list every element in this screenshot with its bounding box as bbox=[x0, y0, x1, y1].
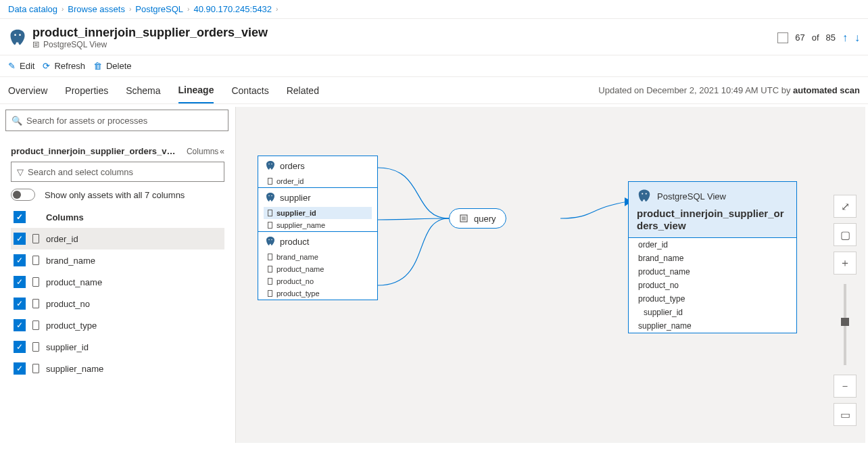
source-table[interactable]: suppliersupplier_idsupplier_name bbox=[258, 188, 377, 232]
field-name: product_no bbox=[276, 277, 314, 285]
column-filter-input[interactable]: ▽ Search and select columns bbox=[11, 162, 224, 182]
trash-icon: 🗑 bbox=[93, 61, 102, 71]
refresh-button[interactable]: ⟳ Refresh bbox=[43, 61, 85, 71]
postgresql-icon bbox=[637, 189, 652, 204]
column-icon bbox=[32, 256, 39, 265]
field[interactable]: supplier_id bbox=[264, 207, 372, 219]
column-row[interactable]: ✓product_no bbox=[11, 293, 224, 314]
crumb-3[interactable]: 40.90.170.245:5432 bbox=[193, 4, 272, 14]
postgresql-icon bbox=[265, 160, 276, 171]
column-icon bbox=[268, 254, 272, 260]
field-name: order_id bbox=[638, 240, 668, 250]
column-checkbox[interactable]: ✓ bbox=[14, 319, 26, 331]
column-checkbox[interactable]: ✓ bbox=[14, 254, 26, 266]
minimap-button[interactable]: ▭ bbox=[834, 403, 857, 426]
show-all-columns-toggle[interactable] bbox=[11, 189, 35, 201]
toggle-label: Show only assets with all 7 columns bbox=[45, 190, 185, 200]
field-name: brand_name bbox=[638, 254, 683, 263]
column-icon bbox=[268, 278, 272, 285]
column-row[interactable]: ✓order_id bbox=[11, 228, 224, 250]
tabs: Overview Properties Schema Lineage Conta… bbox=[0, 77, 868, 104]
query-node[interactable]: query bbox=[449, 208, 506, 229]
breadcrumb: Data catalog› Browse assets› PostgreSQL›… bbox=[0, 0, 868, 19]
edit-label: Edit bbox=[20, 61, 34, 71]
field-name: product_type bbox=[638, 294, 685, 304]
next-asset-button[interactable]: ↓ bbox=[854, 32, 860, 44]
column-name: supplier_name bbox=[46, 364, 103, 374]
filter-icon: ▽ bbox=[17, 167, 24, 177]
column-row[interactable]: ✓supplier_id bbox=[11, 336, 224, 358]
tab-related[interactable]: Related bbox=[287, 78, 319, 103]
source-table[interactable]: productbrand_nameproduct_nameproduct_nop… bbox=[258, 232, 377, 300]
field-name: order_id bbox=[276, 177, 304, 185]
zoom-slider[interactable] bbox=[844, 284, 846, 365]
crumb-1[interactable]: Browse assets bbox=[68, 4, 125, 14]
columns-toggle[interactable]: Columns« bbox=[187, 147, 224, 156]
field[interactable]: supplier_id bbox=[634, 306, 791, 319]
field-name: product_type bbox=[276, 289, 320, 298]
field[interactable]: product_no bbox=[629, 279, 796, 292]
tab-overview[interactable]: Overview bbox=[8, 78, 47, 103]
lineage-canvas[interactable]: ordersorder_idsuppliersupplier_idsupplie… bbox=[235, 107, 865, 443]
destination-view-node[interactable]: PostgreSQL View product_innerjoin_suppli… bbox=[628, 181, 797, 333]
column-row[interactable]: ✓supplier_name bbox=[11, 358, 224, 379]
prev-asset-button[interactable]: ↑ bbox=[842, 32, 848, 44]
fit-button[interactable]: ▢ bbox=[834, 223, 857, 246]
tab-properties[interactable]: Properties bbox=[65, 78, 108, 103]
field-name: brand_name bbox=[276, 253, 318, 261]
search-icon: 🔍 bbox=[11, 116, 22, 126]
zoom-out-button[interactable]: － bbox=[834, 375, 857, 398]
column-row[interactable]: ✓product_type bbox=[11, 314, 224, 336]
column-icon bbox=[32, 299, 39, 308]
column-icon bbox=[32, 234, 39, 243]
column-row[interactable]: ✓product_name bbox=[11, 271, 224, 293]
postgresql-icon bbox=[265, 192, 276, 203]
field-name: supplier_name bbox=[638, 321, 692, 331]
crumb-2[interactable]: PostgreSQL bbox=[135, 4, 183, 14]
column-icon bbox=[268, 178, 272, 185]
fullscreen-button[interactable]: ⤢ bbox=[834, 195, 857, 218]
tab-schema[interactable]: Schema bbox=[126, 78, 160, 103]
pager-index: 67 bbox=[795, 32, 804, 43]
field[interactable]: supplier_name bbox=[629, 319, 796, 333]
field[interactable]: brand_name bbox=[629, 252, 796, 265]
table-name: product bbox=[280, 237, 309, 247]
field[interactable]: order_id bbox=[258, 175, 377, 187]
source-tables-node[interactable]: ordersorder_idsuppliersupplier_idsupplie… bbox=[258, 156, 378, 300]
column-checkbox[interactable]: ✓ bbox=[14, 233, 26, 245]
column-checkbox[interactable]: ✓ bbox=[14, 341, 26, 353]
column-icon bbox=[32, 321, 39, 330]
tab-contacts[interactable]: Contacts bbox=[231, 78, 268, 103]
tab-lineage[interactable]: Lineage bbox=[178, 78, 214, 103]
column-row[interactable]: ✓brand_name bbox=[11, 250, 224, 271]
column-name: product_type bbox=[46, 321, 97, 331]
edit-button[interactable]: ✎ Edit bbox=[8, 61, 34, 71]
search-input[interactable]: 🔍 Search for assets or processes bbox=[5, 110, 228, 131]
column-name: supplier_id bbox=[46, 342, 89, 352]
crumb-0[interactable]: Data catalog bbox=[8, 4, 57, 14]
columns-panel: product_innerjoin_supplier_orders_v… Col… bbox=[5, 139, 230, 386]
column-checkbox[interactable]: ✓ bbox=[14, 298, 26, 310]
zoom-in-button[interactable]: ＋ bbox=[834, 252, 857, 275]
column-name: product_no bbox=[46, 299, 90, 309]
asset-header: product_innerjoin_supplier_orders_view P… bbox=[0, 19, 868, 55]
field[interactable]: brand_name bbox=[258, 251, 377, 263]
select-asset-checkbox[interactable] bbox=[777, 32, 788, 43]
source-table[interactable]: ordersorder_id bbox=[258, 156, 377, 188]
column-name: order_id bbox=[46, 234, 78, 244]
column-checkbox[interactable]: ✓ bbox=[14, 276, 26, 288]
field-name: supplier_id bbox=[644, 308, 683, 317]
field[interactable]: order_id bbox=[629, 238, 796, 252]
table-name: supplier bbox=[280, 193, 311, 203]
field[interactable]: supplier_name bbox=[258, 219, 377, 231]
field[interactable]: product_name bbox=[258, 263, 377, 275]
field[interactable]: product_type bbox=[258, 287, 377, 300]
column-checkbox[interactable]: ✓ bbox=[14, 362, 26, 375]
field[interactable]: product_no bbox=[258, 275, 377, 287]
column-icon bbox=[268, 290, 272, 297]
select-all-checkbox[interactable]: ✓ bbox=[14, 211, 26, 223]
column-icon bbox=[268, 210, 272, 216]
field[interactable]: product_name bbox=[629, 265, 796, 279]
delete-button[interactable]: 🗑 Delete bbox=[93, 61, 132, 71]
field[interactable]: product_type bbox=[629, 292, 796, 306]
